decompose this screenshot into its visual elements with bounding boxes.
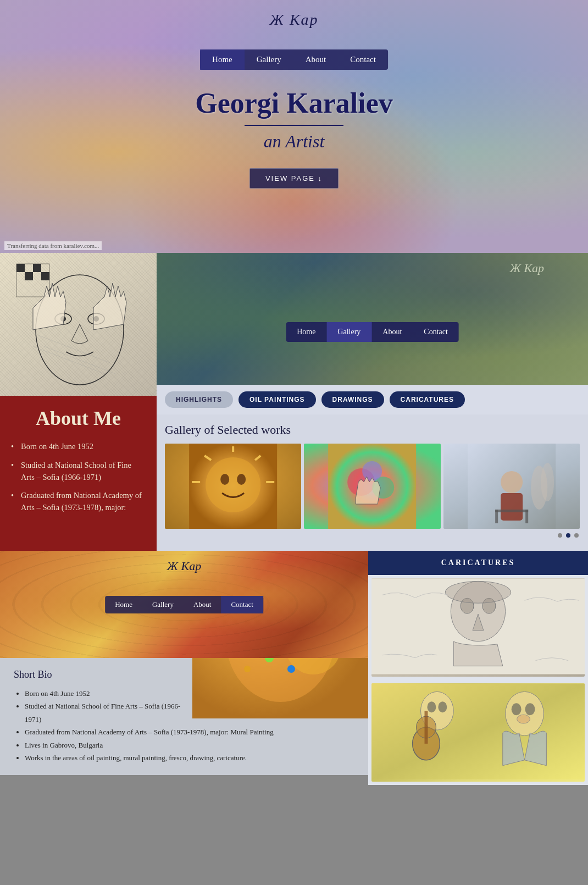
svg-point-53 — [445, 581, 511, 603]
tab-oil-paintings[interactable]: OIL PAINTINGS — [238, 391, 316, 408]
sidebar-sketch — [0, 253, 157, 396]
svg-line-11 — [33, 346, 104, 374]
bottom-row: Ж Кар Home Gallery About Contact — [0, 551, 588, 785]
svg-point-33 — [541, 463, 554, 501]
title-divider — [245, 125, 343, 126]
artist-name: Georgi Karaliev — [195, 87, 393, 119]
hero-navigation: Home Gallery About Contact — [200, 49, 388, 70]
svg-rect-27 — [501, 493, 523, 521]
gallery-title: Gallery of Selected works — [165, 423, 580, 437]
contact-nav-about[interactable]: About — [184, 596, 221, 613]
svg-point-15 — [220, 474, 229, 485]
nav-home[interactable]: Home — [200, 49, 245, 70]
gallery-nav-home[interactable]: Home — [286, 322, 326, 342]
thumb-image-3 — [443, 444, 580, 529]
view-page-button[interactable]: VIEW PAGE ↓ — [249, 168, 339, 189]
svg-point-44 — [244, 666, 251, 672]
bio-item-a4: Lives in Gabrovo, Bulgaria — [25, 739, 354, 751]
svg-point-57 — [438, 701, 447, 712]
thumb-image-2 — [304, 444, 440, 529]
sidebar-about: About Me Born on 4th June 1952 Studied a… — [0, 253, 157, 551]
tab-drawings[interactable]: DRAWINGS — [321, 391, 384, 408]
svg-rect-1 — [16, 264, 25, 272]
svg-line-10 — [38, 335, 110, 363]
gallery-thumb-3[interactable] — [443, 444, 580, 529]
contact-nav-contact[interactable]: Contact — [221, 596, 263, 613]
contact-nav-gallery[interactable]: Gallery — [142, 596, 184, 613]
svg-rect-31 — [525, 510, 528, 523]
dot-1[interactable] — [558, 533, 562, 538]
sketch-svg — [0, 253, 157, 396]
about-bio-list: Born on 4th June 1952 Studied at Nationa… — [11, 441, 146, 514]
gallery-thumb-1[interactable] — [165, 444, 301, 529]
bio-item-a5: Works in the areas of oil painting, mura… — [25, 751, 354, 764]
contact-nav-home[interactable]: Home — [105, 596, 142, 613]
gallery-tabs: HIGHLIGHTS OIL PAINTINGS DRAWINGS CARICA… — [157, 385, 588, 414]
bio-item-2: Studied at National School of Fine Arts … — [11, 460, 146, 484]
svg-rect-29 — [495, 510, 528, 512]
svg-rect-3 — [33, 264, 41, 272]
svg-point-16 — [237, 474, 246, 485]
svg-rect-4 — [41, 272, 49, 280]
about-text-area: Short Bio Born on 4th June 1952 Studied … — [0, 658, 368, 775]
caricature-thumb-2[interactable] — [371, 683, 585, 782]
contact-nav: Home Gallery About Contact — [105, 596, 263, 613]
hero-section: Ж Кар Home Gallery About Contact Georgi … — [0, 0, 588, 253]
gallery-thumb-2[interactable] — [304, 444, 440, 529]
artist-subtitle: an Artist — [195, 131, 393, 152]
svg-point-61 — [506, 692, 544, 735]
right-section: Ж Кар Home Gallery About Contact HIGHLIG… — [157, 253, 588, 551]
tab-highlights[interactable]: HIGHLIGHTS — [165, 391, 233, 408]
gallery-thumbnails — [165, 444, 580, 529]
gallery-logo: Ж Кар — [510, 261, 544, 275]
svg-point-63 — [525, 703, 535, 715]
sketch-artwork — [0, 253, 157, 396]
svg-line-12 — [44, 346, 115, 374]
nav-gallery[interactable]: Gallery — [245, 49, 293, 70]
gallery-hero: Ж Кар Home Gallery About Contact — [157, 253, 588, 385]
svg-point-45 — [287, 665, 295, 673]
caricatures-header: CARICATURES — [368, 551, 588, 575]
hero-logo: Ж Кар — [269, 11, 318, 29]
svg-point-64 — [517, 715, 530, 723]
caricature-thumb-1[interactable] — [371, 578, 585, 677]
about-title: About Me — [11, 407, 146, 430]
bio-item-3: Graduated from National Academy of Arts … — [11, 490, 146, 514]
gallery-nav-contact[interactable]: Contact — [413, 322, 459, 342]
svg-point-14 — [206, 457, 260, 512]
about-content: About Me Born on 4th June 1952 Studied a… — [0, 396, 157, 532]
svg-rect-60 — [425, 711, 428, 744]
tab-caricatures[interactable]: CARICATURES — [390, 391, 465, 408]
bottom-left-section: Ж Кар Home Gallery About Contact — [0, 551, 368, 785]
gallery-nav: Home Gallery About Contact — [286, 322, 459, 342]
thumb-image-1 — [165, 444, 301, 529]
svg-point-56 — [427, 701, 436, 712]
svg-point-62 — [512, 703, 522, 715]
status-bar: Transferring data from karaliev.com... — [4, 241, 102, 250]
dot-2[interactable] — [566, 533, 570, 538]
dot-3[interactable] — [574, 533, 579, 538]
svg-point-28 — [501, 471, 523, 493]
svg-rect-30 — [495, 510, 498, 523]
svg-rect-54 — [371, 683, 585, 779]
gallery-content: Gallery of Selected works — [157, 414, 588, 551]
bio-item-a3: Graduated from National Academy of Arts … — [25, 726, 354, 738]
nav-about[interactable]: About — [293, 49, 339, 70]
main-grid: About Me Born on 4th June 1952 Studied a… — [0, 253, 588, 551]
svg-point-5 — [36, 275, 124, 385]
pagination — [165, 529, 580, 543]
caricatures-panel: CARICATURES — [368, 551, 588, 785]
hero-title-block: Georgi Karaliev an Artist — [195, 87, 393, 152]
contact-hero: Ж Кар Home Gallery About Contact — [0, 551, 368, 658]
svg-rect-2 — [25, 272, 33, 280]
bio-item-1: Born on 4th June 1952 — [11, 441, 146, 453]
gallery-nav-about[interactable]: About — [371, 322, 413, 342]
contact-logo: Ж Кар — [167, 559, 201, 573]
gallery-nav-gallery[interactable]: Gallery — [326, 322, 371, 342]
nav-contact[interactable]: Contact — [338, 49, 388, 70]
